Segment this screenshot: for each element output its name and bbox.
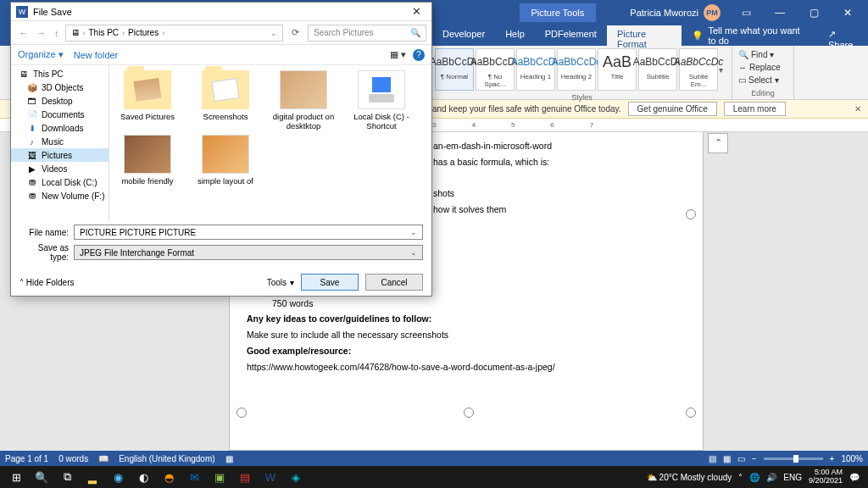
folder-saved-pictures[interactable]: Saved Pictures (116, 70, 179, 131)
search-icon[interactable]: 🔍 (29, 467, 54, 487)
crumb-item[interactable]: Pictures (128, 28, 159, 37)
status-page[interactable]: Page 1 of 1 (5, 454, 48, 463)
mail-icon[interactable]: ✉ (181, 467, 207, 487)
refresh-icon[interactable]: ⟳ (287, 27, 304, 38)
hide-folders-button[interactable]: ˄ Hide Folders (19, 278, 74, 287)
tell-me-search[interactable]: 💡 Tell me what you want to do (682, 25, 819, 46)
folder-tree[interactable]: This PC 3D Objects Desktop Documents Dow… (11, 65, 109, 221)
file-digital-product[interactable]: digital product on desktktop (272, 70, 335, 131)
chrome-icon[interactable]: ◐ (131, 467, 156, 487)
close-message-icon[interactable]: ✕ (854, 104, 861, 114)
tree-videos[interactable]: Videos (11, 162, 108, 175)
find-button[interactable]: 🔍Find ▾ (738, 48, 787, 61)
explorer-icon[interactable]: ▂ (80, 467, 105, 487)
tools-menu[interactable]: Tools ▾ (267, 278, 294, 287)
cancel-button[interactable]: Cancel (365, 274, 423, 291)
nav-up-icon[interactable]: ↑ (52, 28, 62, 38)
folder-screenshots[interactable]: Screenshots (194, 70, 257, 131)
tab-developer[interactable]: Developer (432, 25, 495, 46)
tab-help[interactable]: Help (495, 25, 535, 46)
tree-new-volume-f[interactable]: New Volume (F:) (11, 189, 108, 202)
style-normal[interactable]: AaBbCcDc¶ Normal (435, 48, 474, 91)
image-handle[interactable] (236, 408, 247, 418)
tab-pdfelement[interactable]: PDFelement (535, 25, 607, 46)
view-read-icon[interactable]: ▤ (709, 454, 716, 463)
minimize-icon[interactable]: — (763, 7, 797, 19)
style-title[interactable]: AaBTitle (598, 48, 637, 91)
tree-pictures[interactable]: Pictures (11, 148, 108, 162)
style-subtle-emph[interactable]: AaBbCcDcSubtle Em... (679, 48, 718, 91)
crumb-item[interactable]: This PC (89, 28, 120, 37)
clock[interactable]: 5:00 AM 9/20/2021 (809, 469, 843, 485)
pdf-icon[interactable]: ▤ (232, 467, 258, 487)
network-icon[interactable]: 🌐 (749, 473, 760, 482)
filetype-select[interactable]: JPEG File Interchange Format⌄ (74, 245, 423, 260)
image-handle[interactable] (464, 408, 474, 418)
tab-picture-format[interactable]: Picture Format (607, 25, 682, 46)
app-icon[interactable]: ▣ (207, 467, 232, 487)
tree-documents[interactable]: Documents (11, 108, 108, 121)
chevron-down-icon[interactable]: ⌄ (410, 248, 417, 257)
firefox-icon[interactable]: ◓ (156, 467, 181, 487)
close-icon[interactable]: ✕ (831, 7, 865, 19)
view-web-icon[interactable]: ▭ (737, 454, 745, 463)
chevron-down-icon[interactable]: ⌄ (270, 29, 277, 37)
user-account[interactable]: Patricia Mworozi PM (630, 4, 721, 21)
tree-downloads[interactable]: Downloads (11, 121, 108, 135)
file-simple-layout[interactable]: simple layout of (194, 135, 257, 186)
filename-input[interactable]: PICTURE PICTURE PICTURE⌄ (74, 225, 423, 240)
breadcrumb[interactable]: 🖥 › This PC › Pictures › ⌄ (65, 25, 284, 42)
file-mobile-friendly[interactable]: mobile friendly (116, 135, 179, 186)
weather-widget[interactable]: ⛅ 20°C Mostly cloudy (647, 473, 732, 482)
select-button[interactable]: ▭Select ▾ (738, 74, 787, 86)
taskview-icon[interactable]: ⧉ (54, 467, 80, 487)
tree-3d-objects[interactable]: 3D Objects (11, 80, 108, 94)
new-folder-button[interactable]: New folder (74, 50, 119, 60)
tree-local-disk-c[interactable]: Local Disk (C:) (11, 175, 108, 189)
learn-more-button[interactable]: Learn more (724, 102, 786, 116)
zoom-value[interactable]: 100% (841, 454, 863, 463)
close-dialog-icon[interactable]: ✕ (407, 5, 426, 18)
volume-icon[interactable]: 🔊 (766, 473, 776, 482)
nav-fwd-icon[interactable]: → (34, 28, 48, 38)
tree-desktop[interactable]: Desktop (11, 94, 108, 108)
style-nospacing[interactable]: AaBbCcDc¶ No Spac... (476, 48, 515, 91)
replace-button[interactable]: ↔Replace (738, 61, 787, 74)
style-subtitle[interactable]: AaBbCcDcSubtitle (638, 48, 677, 91)
organize-menu[interactable]: Organize ▾ (18, 49, 64, 60)
share-button[interactable]: ↗ Share (820, 25, 868, 46)
edge-icon[interactable]: ◉ (105, 467, 131, 487)
view-print-icon[interactable]: ▦ (723, 454, 731, 463)
styles-expand[interactable]: ▾ (719, 46, 730, 93)
start-icon[interactable]: ⊞ (3, 467, 29, 487)
maximize-icon[interactable]: ▢ (797, 7, 831, 19)
tray-expand-icon[interactable]: ˄ (738, 473, 743, 482)
zoom-in-icon[interactable]: + (830, 454, 835, 463)
notifications-icon[interactable]: 💬 (849, 473, 860, 482)
word-icon[interactable]: W (258, 467, 283, 487)
get-office-button[interactable]: Get genuine Office (628, 102, 717, 116)
layout-options-icon[interactable]: ⌃ (708, 133, 728, 153)
style-heading1[interactable]: AaBbCcDcHeading 1 (516, 48, 555, 91)
view-mode-icon[interactable]: ▦ ▾ (390, 49, 406, 60)
zoom-slider[interactable] (764, 458, 823, 460)
app2-icon[interactable]: ◈ (283, 467, 309, 487)
help-icon[interactable]: ? (413, 49, 425, 61)
status-language[interactable]: English (United Kingdom) (119, 454, 214, 463)
nav-back-icon[interactable]: ← (16, 28, 31, 38)
search-input[interactable]: Search Pictures 🔍 (308, 25, 426, 42)
file-list[interactable]: Saved Pictures Screenshots digital produ… (109, 65, 431, 221)
tree-this-pc[interactable]: This PC (11, 67, 108, 80)
spellcheck-icon[interactable]: 📖 (98, 454, 108, 463)
image-handle[interactable] (686, 209, 696, 219)
window-settings-icon[interactable]: ▭ (729, 7, 763, 19)
tree-music[interactable]: Music (11, 135, 108, 148)
image-handle[interactable] (686, 408, 696, 418)
dialog-titlebar[interactable]: W File Save ✕ (11, 3, 431, 21)
style-heading2[interactable]: AaBbCcDcHeading 2 (557, 48, 596, 91)
accessibility-icon[interactable]: ▦ (225, 454, 233, 463)
zoom-thumb[interactable] (793, 455, 798, 463)
language-indicator[interactable]: ENG (783, 473, 802, 482)
zoom-out-icon[interactable]: − (752, 454, 757, 463)
save-button[interactable]: Save (301, 274, 359, 291)
